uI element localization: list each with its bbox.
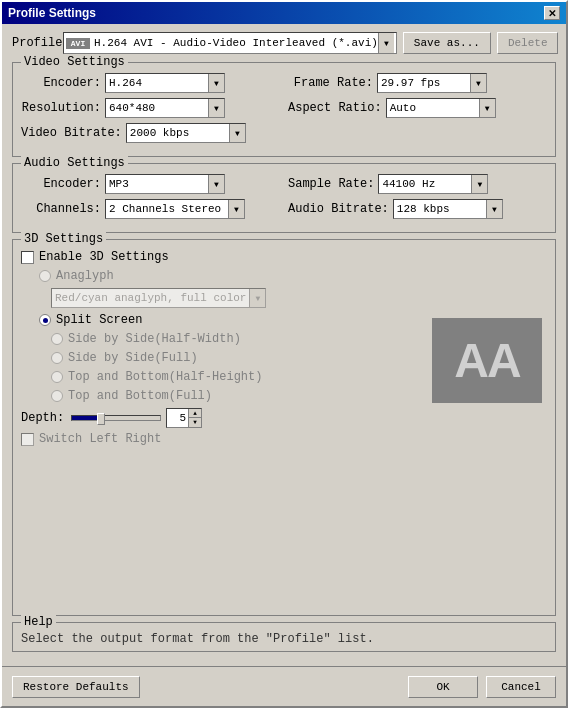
switch-lr-row: Switch Left Right bbox=[21, 432, 419, 446]
side-by-side-half-radio[interactable] bbox=[51, 333, 63, 345]
frame-rate-arrow: ▼ bbox=[470, 74, 486, 92]
side-by-side-half-label: Side by Side(Half-Width) bbox=[68, 332, 241, 346]
encoder-value: H.264 bbox=[106, 77, 208, 89]
audio-encoder-select[interactable]: MP3 ▼ bbox=[105, 174, 225, 194]
side-by-side-full-radio[interactable] bbox=[51, 352, 63, 364]
video-row2: Resolution: 640*480 ▼ Aspect Ratio: Auto bbox=[21, 98, 547, 123]
channels-value: 2 Channels Stereo bbox=[106, 203, 228, 215]
resolution-select[interactable]: 640*480 ▼ bbox=[105, 98, 225, 118]
profile-row: Profile: AVI H.264 AVI - Audio-Video Int… bbox=[12, 32, 556, 54]
aspect-ratio-row: Aspect Ratio: Auto ▼ bbox=[288, 98, 547, 118]
sample-rate-value: 44100 Hz bbox=[379, 178, 471, 190]
audio-settings-title: Audio Settings bbox=[21, 156, 128, 170]
depth-spinbox[interactable]: 5 ▲ ▼ bbox=[166, 408, 202, 428]
depth-decrement-button[interactable]: ▼ bbox=[189, 418, 201, 427]
top-bottom-full-radio[interactable] bbox=[51, 390, 63, 402]
channels-label: Channels: bbox=[21, 202, 101, 216]
audio-bitrate-row: Audio Bitrate: 128 kbps ▼ bbox=[288, 199, 547, 219]
enable-3d-row: Enable 3D Settings bbox=[21, 250, 547, 264]
three-d-settings-content: Enable 3D Settings Anaglyph Red/cyan ana… bbox=[21, 250, 547, 451]
restore-defaults-button[interactable]: Restore Defaults bbox=[12, 676, 140, 698]
footer-right: OK Cancel bbox=[408, 676, 556, 698]
three-d-settings-section: 3D Settings Enable 3D Settings Anaglyph bbox=[12, 239, 556, 616]
aspect-ratio-value: Auto bbox=[387, 102, 479, 114]
video-col-right2: Aspect Ratio: Auto ▼ bbox=[288, 98, 547, 123]
anaglyph-label: Anaglyph bbox=[56, 269, 114, 283]
profile-select[interactable]: AVI H.264 AVI - Audio-Video Interleaved … bbox=[63, 32, 397, 54]
frame-rate-label: Frame Rate: bbox=[288, 76, 373, 90]
profile-select-inner: AVI H.264 AVI - Audio-Video Interleaved … bbox=[66, 37, 378, 49]
enable-3d-label: Enable 3D Settings bbox=[39, 250, 169, 264]
anaglyph-row: Anaglyph bbox=[39, 269, 419, 283]
side-by-side-half-row: Side by Side(Half-Width) bbox=[51, 332, 419, 346]
audio-col-right1: Sample Rate: 44100 Hz ▼ bbox=[288, 174, 547, 199]
profile-label: Profile: bbox=[12, 36, 57, 50]
encoder-select[interactable]: H.264 ▼ bbox=[105, 73, 225, 93]
video-col-left1: Encoder: H.264 ▼ bbox=[21, 73, 280, 98]
audio-col-right2: Audio Bitrate: 128 kbps ▼ bbox=[288, 199, 547, 224]
depth-row: Depth: 5 ▲ ▼ bbox=[21, 408, 419, 428]
aspect-ratio-select[interactable]: Auto ▼ bbox=[386, 98, 496, 118]
sample-rate-label: Sample Rate: bbox=[288, 177, 374, 191]
dialog: Profile Settings ✕ Profile: AVI H.264 AV… bbox=[0, 0, 568, 708]
split-screen-label: Split Screen bbox=[56, 313, 142, 327]
depth-increment-button[interactable]: ▲ bbox=[189, 409, 201, 418]
channels-arrow: ▼ bbox=[228, 200, 244, 218]
bitrate-arrow: ▼ bbox=[229, 124, 245, 142]
video-settings-section: Video Settings Encoder: H.264 ▼ bbox=[12, 62, 556, 157]
depth-slider-thumb[interactable] bbox=[97, 413, 105, 425]
bitrate-value: 2000 kbps bbox=[127, 127, 229, 139]
title-bar: Profile Settings ✕ bbox=[2, 2, 566, 24]
close-button[interactable]: ✕ bbox=[544, 6, 560, 20]
aa-preview-box: AA bbox=[432, 318, 542, 403]
audio-col-left1: Encoder: MP3 ▼ bbox=[21, 174, 280, 199]
sample-rate-select[interactable]: 44100 Hz ▼ bbox=[378, 174, 488, 194]
ok-button[interactable]: OK bbox=[408, 676, 478, 698]
side-by-side-full-row: Side by Side(Full) bbox=[51, 351, 419, 365]
help-text: Select the output format from the "Profi… bbox=[21, 632, 547, 646]
audio-row2: Channels: 2 Channels Stereo ▼ Audio Bitr… bbox=[21, 199, 547, 224]
switch-lr-checkbox[interactable] bbox=[21, 433, 34, 446]
frame-rate-select[interactable]: 29.97 fps ▼ bbox=[377, 73, 487, 93]
depth-slider[interactable] bbox=[71, 415, 161, 421]
encoder-row: Encoder: H.264 ▼ bbox=[21, 73, 280, 93]
delete-button[interactable]: Delete bbox=[497, 32, 559, 54]
frame-rate-row: Frame Rate: 29.97 fps ▼ bbox=[288, 73, 547, 93]
depth-slider-fill bbox=[72, 416, 98, 420]
help-title: Help bbox=[21, 615, 56, 629]
save-as-button[interactable]: Save as... bbox=[403, 32, 491, 54]
bitrate-select[interactable]: 2000 kbps ▼ bbox=[126, 123, 246, 143]
channels-select[interactable]: 2 Channels Stereo ▼ bbox=[105, 199, 245, 219]
encoder-label: Encoder: bbox=[21, 76, 101, 90]
three-d-main-content: Anaglyph Red/cyan anaglyph, full color ▼ bbox=[21, 269, 547, 451]
top-bottom-half-label: Top and Bottom(Half-Height) bbox=[68, 370, 262, 384]
anaglyph-select[interactable]: Red/cyan anaglyph, full color ▼ bbox=[51, 288, 266, 308]
sample-rate-row: Sample Rate: 44100 Hz ▼ bbox=[288, 174, 547, 194]
resolution-label: Resolution: bbox=[21, 101, 101, 115]
enable-3d-checkbox[interactable] bbox=[21, 251, 34, 264]
cancel-button[interactable]: Cancel bbox=[486, 676, 556, 698]
side-by-side-full-label: Side by Side(Full) bbox=[68, 351, 198, 365]
resolution-row: Resolution: 640*480 ▼ bbox=[21, 98, 280, 118]
audio-encoder-arrow: ▼ bbox=[208, 175, 224, 193]
audio-bitrate-arrow: ▼ bbox=[486, 200, 502, 218]
audio-settings-section: Audio Settings Encoder: MP3 ▼ bbox=[12, 163, 556, 233]
profile-icon: AVI bbox=[66, 38, 90, 49]
profile-dropdown-arrow[interactable]: ▼ bbox=[378, 33, 394, 53]
profile-value: H.264 AVI - Audio-Video Interleaved (*.a… bbox=[94, 37, 378, 49]
aa-preview-text: AA bbox=[454, 333, 519, 388]
audio-bitrate-select[interactable]: 128 kbps ▼ bbox=[393, 199, 503, 219]
split-screen-row: Split Screen bbox=[39, 313, 419, 327]
top-bottom-full-label: Top and Bottom(Full) bbox=[68, 389, 212, 403]
help-section: Help Select the output format from the "… bbox=[12, 622, 556, 652]
top-bottom-half-radio[interactable] bbox=[51, 371, 63, 383]
three-d-options: Anaglyph Red/cyan anaglyph, full color ▼ bbox=[21, 269, 419, 451]
encoder-arrow: ▼ bbox=[208, 74, 224, 92]
depth-label: Depth: bbox=[21, 411, 66, 425]
frame-rate-value: 29.97 fps bbox=[378, 77, 470, 89]
split-screen-radio[interactable] bbox=[39, 314, 51, 326]
three-d-preview: AA bbox=[427, 269, 547, 451]
sample-rate-arrow: ▼ bbox=[471, 175, 487, 193]
resolution-value: 640*480 bbox=[106, 102, 208, 114]
anaglyph-radio[interactable] bbox=[39, 270, 51, 282]
